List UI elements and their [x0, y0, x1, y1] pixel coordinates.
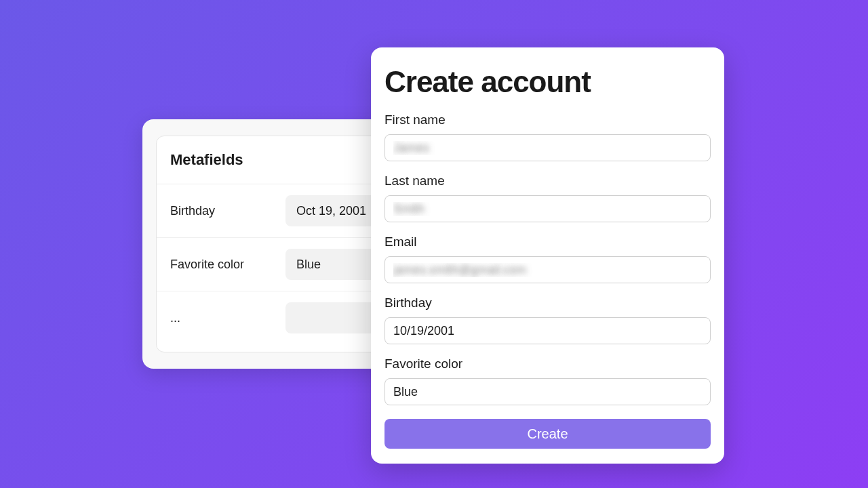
first-name-label: First name: [384, 113, 711, 127]
favorite-color-input[interactable]: [384, 378, 711, 405]
email-input[interactable]: [384, 256, 711, 283]
create-button[interactable]: Create: [384, 419, 711, 449]
form-group-last-name: Last name: [384, 174, 711, 222]
last-name-label: Last name: [384, 174, 711, 188]
birthday-label: Birthday: [384, 296, 711, 310]
email-label: Email: [384, 235, 711, 249]
favorite-color-label: Favorite color: [384, 357, 711, 371]
birthday-input[interactable]: [384, 317, 711, 344]
last-name-input[interactable]: [384, 195, 711, 222]
create-account-modal: Create account First name Last name Emai…: [371, 47, 724, 464]
form-group-birthday: Birthday: [384, 296, 711, 344]
form-group-first-name: First name: [384, 113, 711, 161]
metafield-label: Favorite color: [170, 258, 272, 272]
form-group-email: Email: [384, 235, 711, 283]
first-name-input[interactable]: [384, 134, 711, 161]
metafield-label: ...: [170, 311, 272, 325]
modal-title: Create account: [384, 65, 711, 99]
metafield-label: Birthday: [170, 204, 272, 218]
form-group-favorite-color: Favorite color: [384, 357, 711, 405]
